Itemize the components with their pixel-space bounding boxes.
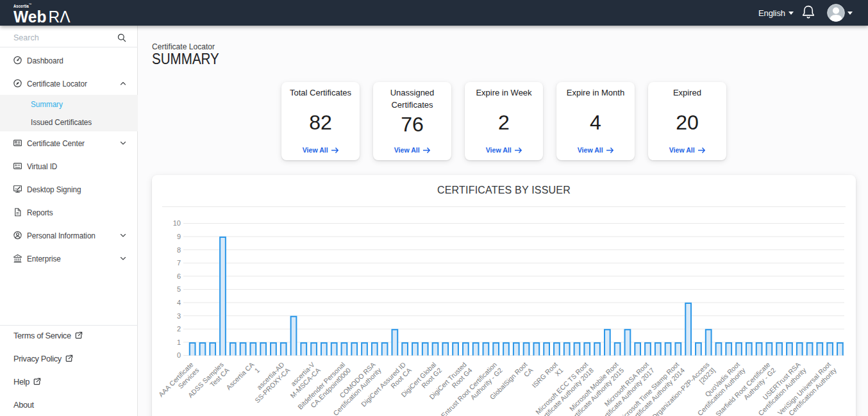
svg-text:Ascertia CA1: Ascertia CA1 xyxy=(224,360,262,397)
svg-text:2: 2 xyxy=(177,325,181,333)
svg-text:10: 10 xyxy=(173,219,181,227)
svg-text:6: 6 xyxy=(177,272,181,280)
svg-text:7: 7 xyxy=(177,259,181,267)
svg-text:4: 4 xyxy=(177,299,181,306)
svg-text:1: 1 xyxy=(177,338,181,346)
svg-text:9: 9 xyxy=(177,233,181,240)
svg-text:Entrust Root CertificationAuth: Entrust Root CertificationAuthority - G2 xyxy=(439,360,504,416)
svg-text:8: 8 xyxy=(177,246,181,254)
svg-text:AAA CertificateServices: AAA CertificateServices xyxy=(157,360,201,404)
svg-text:0: 0 xyxy=(177,351,181,359)
svg-text:5: 5 xyxy=(177,285,181,293)
svg-text:3: 3 xyxy=(177,312,181,320)
